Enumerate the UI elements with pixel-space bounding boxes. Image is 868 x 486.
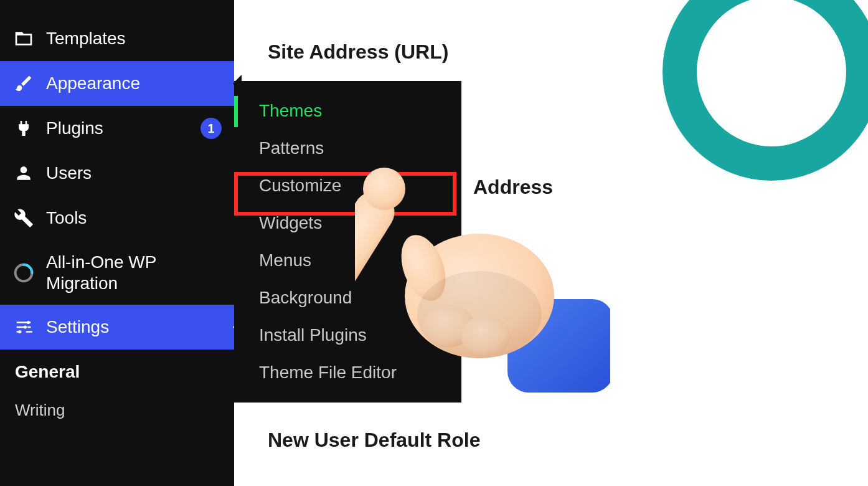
users-icon [12,162,35,184]
submenu-item-install-plugins[interactable]: Install Plugins [234,317,461,354]
svg-point-2 [24,326,27,329]
menu-label: Plugins [46,118,194,138]
sidebar-item-plugins[interactable]: Plugins 1 [0,106,234,151]
sidebar-item-migration[interactable]: All-in-One WP Migration [0,241,234,305]
plugins-badge: 1 [200,118,222,139]
sidebar-item-templates[interactable]: Templates [0,16,234,61]
menu-label: Appearance [46,74,222,93]
appearance-icon [12,72,35,95]
sidebar-item-appearance[interactable]: Appearance [0,61,234,106]
menu-label: Settings [46,317,222,337]
submenu-item-theme-file-editor[interactable]: Theme File Editor [234,354,461,391]
submenu-item-menus[interactable]: Menus [234,242,461,279]
sidebar-item-settings[interactable]: Settings [0,305,234,350]
submenu-label-general[interactable]: General [0,350,234,394]
tools-icon [12,207,35,229]
svg-point-1 [18,330,21,333]
sidebar-item-users[interactable]: Users [0,151,234,196]
label-new-user-default-role: New User Default Role [268,429,480,452]
svg-rect-4 [507,299,610,393]
admin-sidebar: Templates Appearance Plugins 1 Users Too… [0,0,234,486]
sidebar-item-tools[interactable]: Tools [0,196,234,241]
plugins-icon [12,117,35,140]
submenu-item-widgets[interactable]: Widgets [234,204,461,242]
menu-label: Users [46,163,222,183]
menu-label: All-in-One WP Migration [46,252,222,293]
submenu-item-customize[interactable]: Customize [234,167,461,204]
submenu-item-background[interactable]: Background [234,279,461,317]
submenu-label-writing[interactable]: Writing [0,394,234,426]
appearance-submenu: Themes Patterns Customize Widgets Menus … [234,81,461,403]
svg-point-3 [27,321,30,324]
settings-icon [12,316,35,338]
submenu-item-patterns[interactable]: Patterns [234,130,461,167]
menu-label: Tools [46,208,222,228]
svg-point-7 [461,316,511,356]
label-address: Address [473,176,553,199]
menu-label: Templates [46,29,222,49]
migration-icon [12,262,35,284]
submenu-item-themes[interactable]: Themes [234,92,461,130]
decorative-ring [663,0,868,181]
label-site-address: Site Address (URL) [268,40,448,64]
templates-icon [12,27,35,50]
